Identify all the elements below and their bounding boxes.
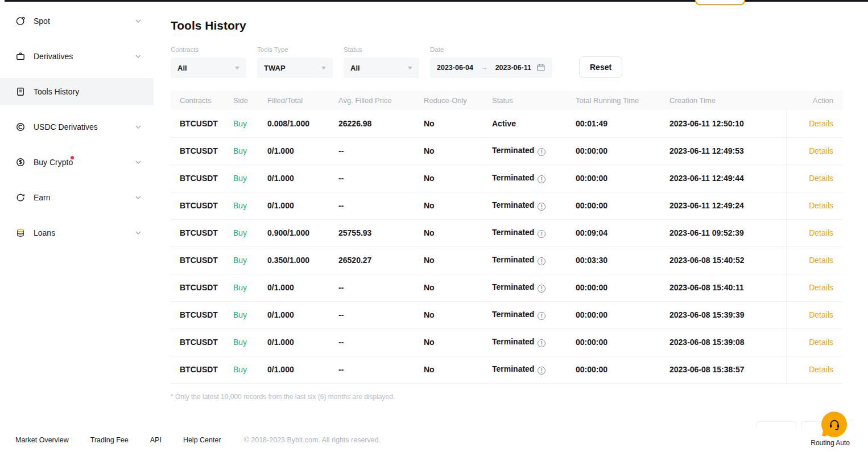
table-row: BTCUSDT Buy 0/1.000 -- No Terminated! 00… [171, 165, 843, 192]
buy-crypto-icon [15, 157, 26, 167]
filter-label: Status [344, 46, 419, 53]
cell-total-running-time: 00:01:49 [576, 110, 669, 137]
tools-type-dropdown[interactable]: TWAP [257, 57, 333, 78]
cell-total-running-time: 00:00:00 [576, 274, 669, 301]
cell-status: Terminated! [492, 356, 576, 383]
status-info-icon[interactable]: ! [538, 285, 545, 293]
cell-reduce-only: No [424, 328, 492, 356]
cell-filled-total: 0.900/1.000 [267, 219, 338, 246]
usdc-derivatives-icon [15, 122, 26, 132]
sidebar-item-usdc-derivatives[interactable]: USDC Derivatives [0, 113, 154, 141]
cell-avg-filled-price: 25755.93 [338, 219, 424, 246]
filter-label: Date [430, 46, 552, 53]
date-range-picker[interactable]: 2023-06-04 → 2023-06-11 [430, 57, 552, 78]
filters-bar: Contracts All Tools Type TWAP Status All [171, 46, 843, 78]
details-link[interactable]: Details [786, 137, 843, 165]
cell-side: Buy [233, 110, 267, 137]
table-header: Contracts Side Filled/Total Avg. Filled … [171, 91, 843, 110]
cell-reduce-only: No [424, 246, 492, 274]
contracts-dropdown[interactable]: All [171, 57, 246, 78]
dropdown-value: All [177, 64, 187, 72]
table-row: BTCUSDT Buy 0/1.000 -- No Terminated! 00… [171, 274, 843, 301]
cell-status: Terminated! [492, 328, 576, 356]
dropdown-value: All [350, 64, 360, 72]
status-info-icon[interactable]: ! [538, 175, 545, 183]
cell-reduce-only: No [424, 165, 492, 192]
details-link[interactable]: Details [786, 165, 843, 192]
sidebar-item-label: Buy Crypto [34, 158, 73, 167]
details-link[interactable]: Details [786, 192, 843, 219]
footer-link-trading-fee[interactable]: Trading Fee [90, 436, 129, 444]
col-action: Action [786, 91, 843, 110]
cell-reduce-only: No [424, 219, 492, 246]
details-link[interactable]: Details [786, 274, 843, 301]
sidebar-item-earn[interactable]: Earn [0, 184, 154, 211]
sidebar-item-spot[interactable]: Spot [0, 7, 154, 35]
chevron-down-icon [135, 161, 141, 164]
status-info-icon[interactable]: ! [538, 148, 545, 156]
sidebar-item-loans[interactable]: Loans [0, 219, 154, 246]
reset-button[interactable]: Reset [579, 56, 622, 78]
cell-total-running-time: 00:00:00 [576, 328, 669, 356]
status-info-icon[interactable]: ! [538, 257, 545, 265]
status-text: Terminated [492, 310, 534, 319]
cell-status: Terminated! [492, 246, 576, 274]
filter-label: Contracts [171, 46, 246, 53]
sidebar-item-label: Loans [34, 228, 55, 237]
footer-link-api[interactable]: API [150, 436, 162, 444]
sidebar-item-derivatives[interactable]: Derivatives [0, 43, 154, 70]
status-info-icon[interactable]: ! [538, 339, 545, 347]
cell-status: Terminated! [492, 301, 576, 328]
details-link[interactable]: Details [786, 219, 843, 246]
status-text: Active [492, 119, 516, 128]
status-dropdown[interactable]: All [344, 57, 419, 78]
cell-filled-total: 0/1.000 [267, 356, 338, 383]
sidebar-item-tools-history[interactable]: Tools History [0, 78, 154, 105]
cell-total-running-time: 00:00:00 [576, 192, 669, 219]
app-window: Spot Derivatives Tools History [0, 0, 868, 452]
status-info-icon[interactable]: ! [538, 203, 545, 211]
cell-status: Terminated! [492, 192, 576, 219]
filter-contracts: Contracts All [171, 46, 246, 78]
cell-filled-total: 0/1.000 [267, 137, 338, 165]
details-link[interactable]: Details [786, 110, 843, 137]
col-contracts: Contracts [171, 91, 233, 110]
details-link[interactable]: Details [786, 246, 843, 274]
cell-reduce-only: No [424, 110, 492, 137]
footer-link-market-overview[interactable]: Market Overview [15, 436, 69, 444]
status-info-icon[interactable]: ! [538, 312, 545, 320]
cell-status: Active! [492, 110, 576, 137]
table-row: BTCUSDT Buy 0.350/1.000 26520.27 No Term… [171, 246, 843, 274]
col-filled-total: Filled/Total [267, 91, 338, 110]
caret-down-icon [321, 67, 326, 69]
sidebar-item-buy-crypto[interactable]: Buy Crypto [0, 149, 154, 176]
details-link[interactable]: Details [786, 301, 843, 328]
records-footnote: * Only the latest 10,000 records from th… [171, 393, 843, 401]
chevron-down-icon [135, 196, 141, 199]
status-text: Terminated [492, 173, 534, 182]
page-title: Tools History [171, 19, 843, 32]
caret-down-icon [235, 67, 239, 69]
cell-side: Buy [233, 356, 267, 383]
details-link[interactable]: Details [786, 356, 843, 383]
footer-link-help-center[interactable]: Help Center [183, 436, 221, 444]
loans-icon [15, 228, 26, 238]
status-info-icon[interactable]: ! [538, 230, 545, 238]
support-chat-button[interactable] [821, 412, 847, 437]
sidebar-item-label: Spot [34, 17, 50, 26]
table-row: BTCUSDT Buy 0/1.000 -- No Terminated! 00… [171, 137, 843, 165]
cell-side: Buy [233, 246, 267, 274]
cell-total-running-time: 00:00:00 [576, 165, 669, 192]
details-link[interactable]: Details [786, 328, 843, 356]
cell-reduce-only: No [424, 137, 492, 165]
table-row: BTCUSDT Buy 0.900/1.000 25755.93 No Term… [171, 219, 843, 246]
date-range-arrow: → [481, 64, 488, 72]
routing-auto-label: Routing Auto [811, 439, 850, 447]
cell-total-running-time: 00:03:30 [576, 246, 669, 274]
date-start: 2023-06-04 [437, 64, 473, 72]
status-info-icon[interactable]: ! [538, 367, 545, 375]
cell-status: Terminated! [492, 137, 576, 165]
cell-filled-total: 0/1.000 [267, 328, 338, 356]
cell-status: Terminated! [492, 165, 576, 192]
top-header-active-tab[interactable] [695, 0, 745, 5]
